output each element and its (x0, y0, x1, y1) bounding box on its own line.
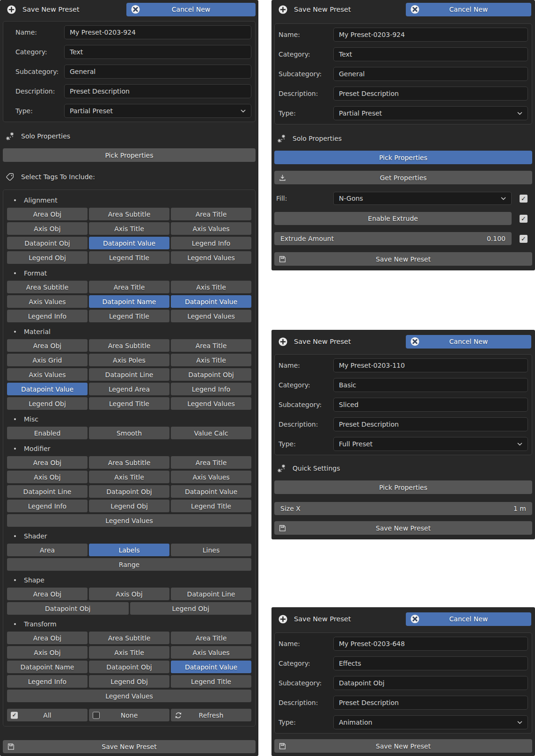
tag-format-legend-title[interactable]: Legend Title (89, 310, 169, 322)
cancel-new-button[interactable]: Cancel New (406, 612, 531, 626)
tag-material-legend-info[interactable]: Legend Info (171, 383, 251, 395)
tag-alignment-area-title[interactable]: Area Title (171, 208, 251, 220)
tag-alignment-area-obj[interactable]: Area Obj (7, 208, 88, 220)
tag-transform-area-title[interactable]: Area Title (171, 632, 251, 644)
tag-material-area-subtitle[interactable]: Area Subtitle (89, 339, 169, 352)
tag-material-area-title[interactable]: Area Title (171, 339, 251, 352)
tag-alignment-legend-obj[interactable]: Legend Obj (7, 251, 88, 264)
fill-checkbox[interactable] (520, 195, 528, 203)
tag-modifier-datapoint-value[interactable]: Datapoint Value (171, 485, 251, 498)
tag-shape-legend-obj[interactable]: Legend Obj (130, 602, 252, 615)
category-input[interactable]: Basic (333, 378, 528, 392)
tag-transform-legend-info[interactable]: Legend Info (7, 675, 88, 688)
tag-transform-area-obj[interactable]: Area Obj (7, 632, 88, 644)
extrude-amount-slider[interactable]: Extrude Amount 0.100 (274, 232, 512, 245)
tag-modifier-axis-obj[interactable]: Axis Obj (7, 471, 88, 483)
description-input[interactable]: Preset Description (333, 87, 528, 101)
tag-modifier-area-subtitle[interactable]: Area Subtitle (89, 456, 169, 469)
tag-alignment-datapoint-obj[interactable]: Datapoint Obj (7, 237, 88, 249)
subcategory-input[interactable]: Datapoint Obj (333, 676, 528, 690)
tag-alignment-datapoint-value[interactable]: Datapoint Value (89, 237, 169, 249)
type-select[interactable]: Animation (333, 715, 528, 729)
name-input[interactable]: My Preset-0203-110 (333, 358, 528, 372)
category-input[interactable]: Effects (333, 656, 528, 670)
tag-modifier-area-obj[interactable]: Area Obj (7, 456, 88, 469)
type-select[interactable]: Partial Preset (64, 104, 251, 118)
description-input[interactable]: Preset Description (64, 84, 251, 98)
pick-properties-button[interactable]: Pick Properties (274, 480, 532, 494)
name-input[interactable]: My Preset-0203-924 (64, 25, 251, 39)
cancel-new-button[interactable]: Cancel New (406, 3, 531, 16)
tag-format-area-title[interactable]: Area Title (89, 281, 169, 293)
select-none-button[interactable]: None (89, 709, 169, 721)
tag-format-datapoint-name[interactable]: Datapoint Name (89, 295, 169, 308)
tag-modifier-legend-obj[interactable]: Legend Obj (89, 500, 169, 512)
tag-alignment-legend-values[interactable]: Legend Values (171, 251, 251, 264)
category-input[interactable]: Text (333, 47, 528, 61)
save-new-preset-button[interactable]: Save New Preset (3, 740, 256, 753)
tag-format-legend-values[interactable]: Legend Values (171, 310, 251, 322)
tag-transform-datapoint-value[interactable]: Datapoint Value (171, 661, 251, 673)
none-checkbox[interactable] (93, 712, 100, 719)
tag-modifier-axis-values[interactable]: Axis Values (171, 471, 251, 483)
tag-format-axis-title[interactable]: Axis Title (171, 281, 251, 293)
save-new-preset-button[interactable]: Save New Preset (274, 521, 532, 535)
tag-alignment-legend-title[interactable]: Legend Title (89, 251, 169, 264)
tag-material-axis-grid[interactable]: Axis Grid (7, 354, 88, 366)
tag-modifier-area-title[interactable]: Area Title (171, 456, 251, 469)
tag-modifier-axis-title[interactable]: Axis Title (89, 471, 169, 483)
get-properties-button[interactable]: Get Properties (274, 171, 532, 184)
description-input[interactable]: Preset Description (333, 696, 528, 710)
cancel-new-button[interactable]: Cancel New (406, 335, 531, 349)
description-input[interactable]: Preset Description (333, 417, 528, 431)
tag-material-legend-area[interactable]: Legend Area (89, 383, 169, 395)
enable-extrude-checkbox[interactable] (520, 215, 528, 223)
category-input[interactable]: Text (64, 45, 251, 59)
tag-transform-datapoint-name[interactable]: Datapoint Name (7, 661, 88, 673)
tag-transform-legend-title[interactable]: Legend Title (171, 675, 251, 688)
tag-shader-labels[interactable]: Labels (89, 544, 169, 556)
tag-alignment-axis-values[interactable]: Axis Values (171, 222, 251, 235)
tag-modifier-legend-values[interactable]: Legend Values (7, 514, 251, 527)
name-input[interactable]: My Preset-0203-924 (333, 28, 528, 42)
tag-transform-axis-values[interactable]: Axis Values (171, 646, 251, 659)
tag-shape-datapoint-line[interactable]: Datapoint Line (171, 588, 251, 600)
cancel-new-button[interactable]: Cancel New (126, 3, 256, 16)
tag-shader-area[interactable]: Area (7, 544, 88, 556)
pick-properties-button[interactable]: Pick Properties (3, 148, 256, 162)
tag-transform-legend-values[interactable]: Legend Values (7, 690, 251, 702)
tag-transform-axis-title[interactable]: Axis Title (89, 646, 169, 659)
tag-material-datapoint-line[interactable]: Datapoint Line (89, 368, 169, 381)
tag-format-legend-info[interactable]: Legend Info (7, 310, 88, 322)
tag-shape-datapoint-obj[interactable]: Datapoint Obj (7, 602, 129, 615)
save-new-preset-button[interactable]: Save New Preset (274, 252, 532, 266)
pick-properties-button[interactable]: Pick Properties (274, 151, 532, 164)
tag-material-axis-title[interactable]: Axis Title (171, 354, 251, 366)
subcategory-input[interactable]: Sliced (333, 398, 528, 412)
tag-format-datapoint-value[interactable]: Datapoint Value (171, 295, 251, 308)
tag-transform-datapoint-obj[interactable]: Datapoint Obj (89, 661, 169, 673)
tag-format-axis-values[interactable]: Axis Values (7, 295, 88, 308)
enable-extrude-button[interactable]: Enable Extrude (274, 212, 512, 225)
fill-select[interactable]: N-Gons (333, 192, 512, 205)
size-x-slider[interactable]: Size X 1 m (274, 502, 532, 515)
subcategory-input[interactable]: General (333, 67, 528, 81)
tag-format-area-subtitle[interactable]: Area Subtitle (7, 281, 88, 293)
tag-transform-axis-obj[interactable]: Axis Obj (7, 646, 88, 659)
tag-alignment-axis-obj[interactable]: Axis Obj (7, 222, 88, 235)
type-select[interactable]: Partial Preset (333, 106, 528, 120)
tag-alignment-legend-info[interactable]: Legend Info (171, 237, 251, 249)
extrude-amount-checkbox[interactable] (520, 235, 528, 243)
refresh-button[interactable]: Refresh (171, 709, 251, 721)
tag-shape-area-obj[interactable]: Area Obj (7, 588, 88, 600)
tag-shader-range[interactable]: Range (7, 558, 251, 571)
tag-transform-legend-obj[interactable]: Legend Obj (89, 675, 169, 688)
tag-material-axis-poles[interactable]: Axis Poles (89, 354, 169, 366)
tag-modifier-datapoint-line[interactable]: Datapoint Line (7, 485, 88, 498)
tag-modifier-legend-info[interactable]: Legend Info (7, 500, 88, 512)
tag-modifier-datapoint-obj[interactable]: Datapoint Obj (89, 485, 169, 498)
select-all-button[interactable]: All (7, 709, 88, 721)
tag-misc-smooth[interactable]: Smooth (89, 427, 169, 439)
tag-shader-lines[interactable]: Lines (171, 544, 251, 556)
tag-misc-value-calc[interactable]: Value Calc (171, 427, 251, 439)
